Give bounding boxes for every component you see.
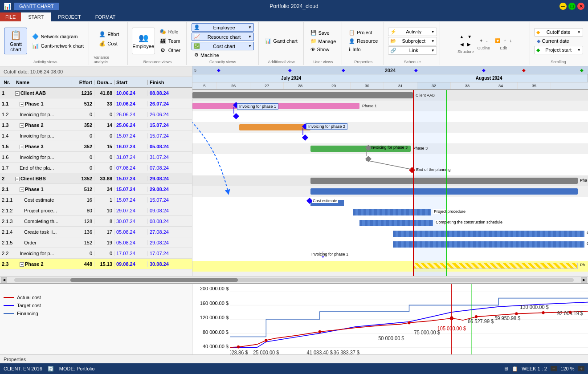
outline-collapse-button[interactable]: - — [485, 37, 489, 44]
format-tab[interactable]: FORMAT — [88, 12, 123, 21]
zoom-out-button[interactable]: − — [551, 366, 557, 371]
gantt-chart-big-button[interactable]: 📋 Ganttchart — [4, 28, 27, 54]
project-start-button[interactable]: ◆ Project start ▼ — [534, 46, 583, 54]
td-effort: 136 — [72, 229, 94, 235]
cost-chart-dropdown-button[interactable]: 💹 Cost chart ▼ — [192, 42, 254, 50]
cutoff-date-button[interactable]: ◆ Cutoff date ▼ — [534, 28, 583, 37]
subproject-dropdown-button[interactable]: 📂 Subproject ▼ — [388, 37, 437, 45]
table-row[interactable]: 2.1.2 Project proce... 80 10 29.07.24 09… — [0, 205, 192, 216]
table-row[interactable]: 2.1.5 Order 152 19 05.08.24 29.08.24 — [0, 237, 192, 248]
resource-button[interactable]: 👤 Resource — [346, 37, 380, 45]
table-row[interactable]: 2.1.3 Completing th... 128 8 30.07.24 08… — [0, 216, 192, 227]
table-body: 1 −Client AAB 1216 41.88 10.06.24 08.08.… — [0, 88, 192, 276]
table-row[interactable]: 2.1.1 Cost estimate 16 1 15.07.24 15.07.… — [0, 195, 192, 205]
td-start: 10.06.24 — [114, 90, 148, 96]
zoom-in-button[interactable]: + — [578, 366, 584, 371]
milestone-indicator-red: ◆ — [522, 68, 526, 73]
save-button[interactable]: 💾 Save — [308, 29, 332, 37]
outline-expand-button[interactable]: + — [478, 37, 484, 44]
td-effort: 152 — [72, 240, 94, 245]
bar-project-proce — [353, 209, 431, 215]
structure-left-button[interactable]: ◀ — [459, 41, 465, 48]
info-button[interactable]: ℹ Info — [346, 46, 363, 53]
scroll-track[interactable] — [14, 278, 574, 282]
refresh-icon[interactable]: 🔄 — [48, 366, 54, 372]
td-start: 15.07.24 — [114, 133, 148, 138]
mode-status: MODE: Portfolio — [59, 366, 94, 371]
capacity-content: 👤 Employee ▼ 📈 Resource chart ▼ 💹 Cost c… — [192, 23, 254, 59]
sort-desc-button[interactable]: ↓ — [508, 37, 513, 44]
project-tab[interactable]: PROJECT — [51, 12, 88, 21]
scroll-left-arrow[interactable]: ◀ — [1, 277, 7, 283]
minimize-button[interactable]: ─ — [559, 3, 567, 10]
expand-button[interactable]: − — [20, 262, 24, 267]
link-dropdown-button[interactable]: 🔗 Link ▼ — [388, 46, 437, 55]
table-row[interactable]: 1.5 −Phase 3 352 15 16.07.24 05.08.24 — [0, 141, 192, 152]
employee-big-button[interactable]: 👥 Employee — [132, 28, 155, 54]
current-date-button[interactable]: ◆ Current date — [534, 37, 572, 45]
cost-chart-right: 200 000.00 $ 160 000.00 $ 120 000.00 $ 8… — [192, 284, 588, 354]
structure-right-button[interactable]: ▶ — [466, 41, 472, 48]
cutoff-arrow: ▼ — [577, 30, 581, 34]
expand-button[interactable]: − — [20, 123, 24, 128]
subproject-arrow: ▼ — [431, 39, 435, 43]
role-button[interactable]: 🎭 Role — [157, 27, 184, 36]
table-row[interactable]: 1.1 −Phase 1 512 33 10.06.24 26.07.24 — [0, 98, 192, 109]
table-row[interactable]: 2.1 −Phase 1 512 34 15.07.24 29.08.24 — [0, 184, 192, 195]
expand-button[interactable]: − — [20, 145, 24, 149]
file-tab[interactable]: FILE — [0, 12, 21, 21]
scroll-thumb[interactable] — [70, 278, 238, 282]
structure-down-button[interactable]: ▼ — [466, 33, 473, 40]
resource-chart-dropdown-button[interactable]: 📈 Resource chart ▼ — [192, 33, 254, 41]
sort-asc-button[interactable]: ↑ — [502, 37, 507, 44]
team-button[interactable]: 👨‍👩‍👧 Team — [157, 37, 184, 45]
expand-button[interactable]: − — [15, 91, 20, 96]
table-row[interactable]: 2.2 Invoicing for p... 0 0 17.07.24 17.0… — [0, 248, 192, 259]
structure-up-button[interactable]: ▲ — [458, 33, 465, 40]
project-button[interactable]: 📋 Project — [346, 29, 375, 37]
other-button[interactable]: ⚙ Other — [157, 46, 184, 55]
td-name: Completing th... — [14, 219, 72, 224]
table-row[interactable]: 2.1.4 Create task li... 136 17 05.08.24 … — [0, 227, 192, 237]
app-icon: 📊 — [4, 3, 11, 10]
table-row[interactable]: 1.7 End of the pla... 0 0 07.08.24 07.08… — [0, 163, 192, 173]
maximize-button[interactable]: □ — [568, 3, 576, 10]
activity-dropdown-button[interactable]: ⚡ Activity ▼ — [388, 28, 437, 36]
show-button[interactable]: 👁 Show — [308, 46, 332, 53]
expand-button[interactable]: − — [20, 102, 24, 106]
employee-dropdown-button[interactable]: 👤 Employee ▼ — [192, 23, 254, 32]
filter-button[interactable]: 🔽 — [494, 37, 502, 44]
horizontal-scrollbar[interactable]: ◀ ▶ — [0, 276, 588, 283]
table-row[interactable]: 1.4 Invoicing for p... 0 0 15.07.24 15.0… — [0, 130, 192, 141]
gantt-chart-tab[interactable]: GANTT CHART — [14, 3, 59, 10]
scroll-right-arrow[interactable]: ▶ — [581, 277, 587, 283]
team-icon: 👨‍👩‍👧 — [159, 37, 167, 45]
table-row[interactable]: 1.3 −Phase 2 352 14 25.06.24 15.07.24 — [0, 120, 192, 130]
table-row[interactable]: 1 −Client AAB 1216 41.88 10.06.24 08.08.… — [0, 88, 192, 98]
table-row[interactable]: 1.2 Invoicing for p... 0 0 26.06.24 26.0… — [0, 109, 192, 120]
table-row[interactable]: 2 −Client BBS 1352 33.88 15.07.24 29.08.… — [0, 173, 192, 184]
gantt-chart-small-button[interactable]: 📊 Gantt chart — [262, 37, 300, 45]
td-nr: 1.5 — [0, 144, 14, 149]
table-row[interactable]: 1.6 Invoicing for p... 0 0 31.07.24 31.0… — [0, 152, 192, 163]
table-row[interactable]: 2.3 −Phase 2 448 15.13 09.08.24 30.08.24 — [0, 259, 192, 269]
label-completing: Completing the construction schedule — [435, 220, 503, 224]
milestone-indicator-1: ◆ — [217, 68, 220, 73]
variance-content: 👤 Effort 💰 Cost — [96, 23, 122, 54]
td-finish: 26.07.24 — [148, 101, 181, 106]
td-start: 30.07.24 — [114, 219, 148, 224]
close-button[interactable]: ✕ — [577, 3, 584, 10]
gantt-network-button[interactable]: 📊 Gantt-network chart — [29, 41, 86, 50]
expand-button[interactable]: − — [15, 177, 20, 181]
expand-button[interactable]: − — [20, 187, 24, 192]
machine-button[interactable]: ⚙ Machine — [192, 51, 254, 59]
network-diagram-button[interactable]: 🔷 Network diagram — [29, 32, 86, 41]
cost-button[interactable]: 💰 Cost — [96, 39, 122, 48]
schedule-group: ⚡ Activity ▼ 📂 Subproject ▼ 🔗 Link ▼ Sch… — [385, 22, 440, 65]
svg-text:130 000.00 $: 130 000.00 $ — [520, 304, 549, 310]
start-tab[interactable]: START — [21, 12, 51, 21]
svg-text:50 000.00 $: 50 000.00 $ — [378, 335, 404, 341]
effort-button[interactable]: 👤 Effort — [96, 30, 122, 39]
manage-button[interactable]: 📁 Manage — [308, 37, 339, 45]
td-nr: 2.1 — [0, 187, 14, 192]
